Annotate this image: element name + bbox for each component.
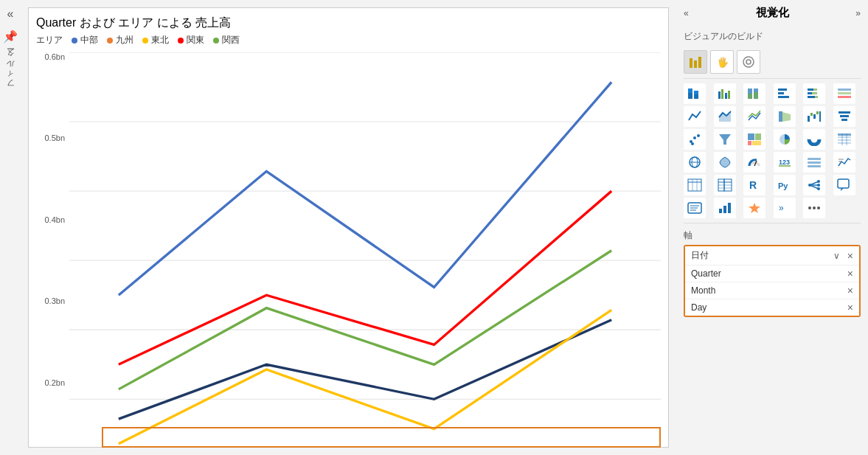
- svg-text:123: 123: [779, 159, 790, 166]
- svg-rect-38: [779, 111, 782, 122]
- ct-ribbon[interactable]: [774, 106, 796, 127]
- ct-100-bar[interactable]: [743, 83, 765, 104]
- svg-rect-33: [815, 96, 818, 98]
- svg-rect-9: [698, 57, 701, 68]
- chart-type-grid: 123 R Py »: [684, 83, 861, 218]
- line-chubu: [119, 82, 611, 295]
- svg-rect-101: [728, 203, 731, 213]
- svg-rect-45: [840, 115, 849, 117]
- axis-quarter-close-icon[interactable]: ×: [847, 268, 853, 279]
- ct-scatter[interactable]: [684, 129, 706, 150]
- panel-title: 視覚化: [756, 6, 789, 20]
- axis-field-label: 日付: [691, 249, 709, 262]
- legend-item-kyushu: 九州: [107, 34, 133, 46]
- svg-text:»: »: [779, 203, 784, 213]
- ct-bar2[interactable]: [714, 198, 736, 218]
- ct-pie[interactable]: [774, 129, 796, 150]
- svg-text:Py: Py: [778, 181, 788, 190]
- ct-smart-narr[interactable]: [833, 152, 855, 173]
- svg-rect-7: [690, 58, 692, 68]
- svg-rect-27: [778, 96, 789, 98]
- svg-point-105: [817, 206, 820, 209]
- svg-rect-14: [688, 88, 692, 93]
- ct-slicer[interactable]: [803, 152, 825, 173]
- legend-label-tohoku: 東北: [151, 34, 169, 46]
- legend-dot-tohoku: [142, 38, 148, 44]
- ct-line[interactable]: [684, 106, 706, 127]
- svg-rect-75: [688, 179, 701, 191]
- axis-date-close-icon[interactable]: ×: [847, 250, 853, 262]
- ct-ellipsis[interactable]: [803, 198, 825, 218]
- ct-table[interactable]: [684, 175, 706, 195]
- chart-legend: エリア 中部 九州 東北 関東 関西: [36, 34, 661, 46]
- ct-gauge[interactable]: [743, 152, 765, 173]
- svg-marker-51: [719, 134, 731, 145]
- right-panel: « 視覚化 » ビジュアルのビルド 🖐: [676, 0, 868, 455]
- y-label-2: 0.2bn: [44, 378, 65, 387]
- axis-day-close-icon[interactable]: ×: [847, 302, 853, 313]
- axis-expand-icon[interactable]: ∨: [833, 251, 840, 261]
- svg-rect-35: [838, 92, 851, 94]
- vb-hand-icon[interactable]: 🖐: [710, 50, 734, 74]
- ct-qa[interactable]: [833, 175, 855, 195]
- axis-box: 日付 ∨ × Quarter × Month × Day ×: [684, 245, 861, 317]
- svg-rect-28: [808, 88, 813, 91]
- legend-label-kanto: 関東: [187, 34, 204, 46]
- panel-header: « 視覚化 »: [676, 0, 868, 26]
- chart-svg-area: Qtr 1 Qtr 2 Qtr 3 Qtr 4: [69, 52, 661, 455]
- axis-month-close-icon[interactable]: ×: [847, 285, 853, 296]
- legend-item-kansai: 関西: [213, 34, 240, 46]
- ct-map[interactable]: [684, 152, 706, 173]
- ct-donut[interactable]: [803, 129, 825, 150]
- axis-header-date: 日付 ∨ ×: [685, 246, 859, 265]
- ct-treemap[interactable]: [743, 129, 765, 150]
- axis-item-day: Day ×: [685, 299, 859, 316]
- vb-bar-icon[interactable]: [684, 50, 707, 74]
- ct-table-matrix[interactable]: [833, 129, 855, 150]
- svg-point-57: [809, 134, 819, 145]
- svg-rect-24: [754, 92, 758, 99]
- ct-python[interactable]: Py: [774, 175, 796, 195]
- ct-r-visual[interactable]: R: [743, 175, 765, 195]
- svg-point-90: [817, 180, 820, 183]
- vb-analytics-icon[interactable]: [737, 50, 760, 74]
- ct-filter[interactable]: [714, 129, 736, 150]
- ct-line-stacked[interactable]: [743, 106, 765, 127]
- ct-narr2[interactable]: [684, 198, 706, 218]
- ct-horiz-stacked[interactable]: [803, 83, 825, 104]
- svg-rect-19: [725, 93, 727, 99]
- ct-funnel[interactable]: [833, 106, 855, 127]
- ct-horiz-bar[interactable]: [774, 83, 796, 104]
- ct-decomp-tree[interactable]: [803, 175, 825, 195]
- y-axis: 0.6bn 0.5bn 0.4bn 0.3bn 0.2bn 0.1bn: [36, 52, 69, 455]
- ct-horiz-100[interactable]: [833, 83, 855, 104]
- collapse-left-btn[interactable]: «: [2, 6, 18, 22]
- y-label-3: 0.3bn: [44, 296, 65, 305]
- pin-icon[interactable]: 📌: [2, 28, 18, 44]
- ct-area[interactable]: [714, 106, 736, 127]
- svg-rect-8: [694, 60, 697, 68]
- ct-special1[interactable]: [743, 198, 765, 218]
- ct-more[interactable]: »: [774, 198, 796, 218]
- expand-panel-btn[interactable]: »: [855, 8, 861, 18]
- ct-stacked-bar[interactable]: [684, 83, 706, 104]
- collapse-panel-btn[interactable]: «: [684, 8, 689, 18]
- ct-kpi[interactable]: 123: [774, 152, 796, 173]
- svg-rect-32: [808, 96, 815, 98]
- y-label-4: 0.4bn: [44, 215, 65, 224]
- ct-cluster-bar[interactable]: [714, 83, 736, 104]
- legend-area-label: エリア: [36, 34, 63, 46]
- svg-rect-55: [752, 141, 761, 145]
- svg-point-50: [691, 142, 694, 145]
- svg-rect-16: [694, 91, 698, 94]
- ct-matrix[interactable]: [714, 175, 736, 195]
- divider: [684, 223, 861, 223]
- ct-waterfall[interactable]: [803, 106, 825, 127]
- right-content: ビジュアルのビルド 🖐: [676, 26, 868, 455]
- ct-filled-map[interactable]: [714, 152, 736, 173]
- visual-build-toolbar: 🖐: [684, 46, 861, 79]
- svg-rect-31: [812, 92, 817, 94]
- legend-dot-chubu: [72, 38, 77, 44]
- svg-text:🖐: 🖐: [717, 56, 729, 69]
- svg-rect-22: [748, 94, 752, 99]
